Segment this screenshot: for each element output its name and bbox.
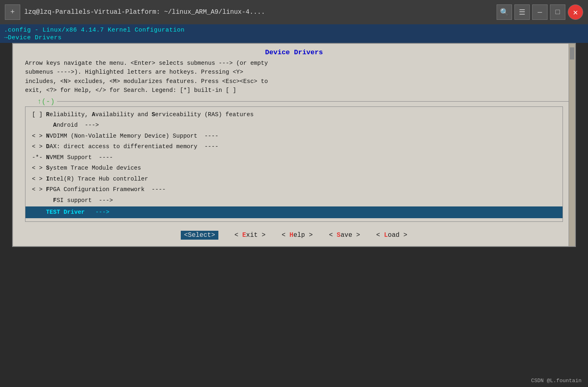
desc-line-2: submenus ---->). Highlighted letters are… [25,68,563,77]
search-button[interactable]: 🔍 [497,4,512,20]
save-hotkey: S [337,232,341,239]
desc-line-3: includes, <N> excludes, <M> modularizes … [25,77,563,86]
load-hotkey: L [384,232,388,239]
help-hotkey: H [290,232,294,239]
menu-item-android[interactable]: Android ---> [25,120,563,130]
menu-item-stm[interactable]: < > System Trace Module devices [25,163,563,173]
menu-item-nvdimm[interactable]: < > NVDIMM (Non-Volatile Memory Device) … [25,131,563,141]
scrollbar-track[interactable] [569,44,575,246]
menu-item-nvmem[interactable]: -*- NVMEM Support ---- [25,152,563,163]
close-button[interactable]: ✕ [568,4,583,20]
bottom-buttons: <Select> < Exit > < Help > < Save > < Lo… [13,223,575,246]
save-button[interactable]: < Save > [329,232,360,239]
desc-line-4: exit, <?> for Help, </> for Search. Lege… [25,86,563,95]
menu-button[interactable]: ☰ [514,4,530,20]
scroll-up-arrow: ↑(-) [37,98,55,106]
panel-title: Device Drivers [13,44,575,59]
maximize-button[interactable]: □ [550,4,565,20]
maximize-icon: □ [556,8,560,16]
config-panel: Device Drivers Arrow keys navigate the m… [12,43,576,247]
menu-item-intel-trace[interactable]: < > Intel(R) Trace Hub controller [25,174,563,184]
menu-item-fsi[interactable]: FSI support ---> [25,195,563,206]
hamburger-icon: ☰ [519,8,525,17]
minimize-icon: — [538,8,542,16]
menu-item-fpga[interactable]: < > FPGA Configuration Framework ---- [25,184,563,195]
exit-button[interactable]: < Exit > [235,232,266,239]
load-button[interactable]: < Load > [376,232,407,239]
select-label: <Select> [184,232,215,239]
titlebar: + lzq@lzq-Parallels-Virtual-Platform: ~/… [0,0,588,24]
window-title: lzq@lzq-Parallels-Virtual-Platform: ~/li… [24,9,493,16]
menu-list: [ ] Reliability, Availability and Servic… [25,106,563,222]
help-button[interactable]: < Help > [282,232,313,239]
scroll-indicator: ↑(-) [13,98,575,106]
minimize-button[interactable]: — [532,4,548,20]
scrollbar-thumb[interactable] [570,47,574,60]
breadcrumb: →Device Drivers [4,34,584,41]
config-panel-wrapper: Device Drivers Arrow keys navigate the m… [0,43,588,247]
terminal-header: .config - Linux/x86 4.14.7 Kernel Config… [0,24,588,43]
exit-hotkey: E [242,232,246,239]
watermark: CSDN @L.fountain [531,378,582,384]
search-icon: 🔍 [500,8,509,17]
kernel-config-line: .config - Linux/x86 4.14.7 Kernel Config… [4,27,584,34]
terminal-icon: + [5,4,20,20]
menu-item-ras[interactable]: [ ] Reliability, Availability and Servic… [25,109,563,120]
select-button[interactable]: <Select> [181,231,218,240]
scroll-line [57,101,575,102]
window-controls: 🔍 ☰ — □ ✕ [497,4,583,20]
menu-item-dax[interactable]: < > DAX: direct access to differentiated… [25,141,563,152]
menu-item-test-driver[interactable]: TEST Driver ---> [25,206,563,218]
desc-line-1: Arrow keys navigate the menu. <Enter> se… [25,59,563,68]
panel-description: Arrow keys navigate the menu. <Enter> se… [13,59,575,98]
close-icon: ✕ [573,7,578,17]
